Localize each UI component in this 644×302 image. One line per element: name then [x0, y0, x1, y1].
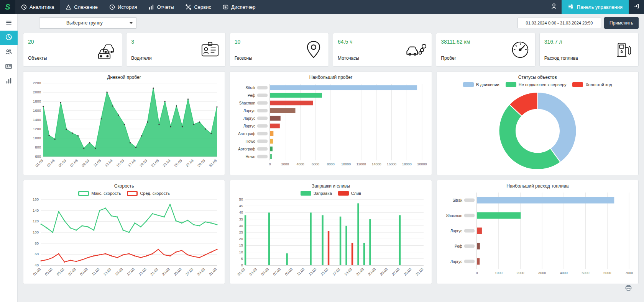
svg-text:40: 40 [34, 263, 39, 267]
kpi-card-fuel: 316.7 л Расход топлива [539, 33, 639, 67]
svg-text:10: 10 [239, 250, 243, 254]
svg-text:05.03: 05.03 [56, 267, 65, 277]
svg-text:10000: 10000 [341, 162, 351, 166]
speed-line-chart: 40608010012014016001.0303.0305.0307.0309… [27, 197, 221, 281]
nav-item-dispatcher[interactable]: Диспетчер [217, 0, 261, 14]
user-button[interactable] [546, 0, 562, 14]
legend-item[interactable]: Не подключен к серверу [506, 82, 567, 87]
nav-item-history[interactable]: История [104, 0, 143, 14]
sidebar-menu-toggle[interactable] [0, 16, 18, 31]
svg-text:07.03: 07.03 [272, 267, 282, 277]
svg-text:Реф: Реф [455, 244, 462, 248]
legend-swatch [127, 191, 138, 196]
legend-label: Заправка [314, 191, 332, 196]
chevron-down-icon [130, 22, 133, 24]
svg-text:05.03: 05.03 [58, 158, 67, 168]
print-icon[interactable] [625, 285, 632, 292]
refuels-bar-chart: 0510152025303540455001.0303.0305.0307.03… [234, 197, 427, 281]
svg-text:15.03: 15.03 [320, 267, 329, 277]
svg-text:03.03: 03.03 [44, 267, 53, 277]
svg-text:Shacman: Shacman [239, 101, 255, 105]
sidebar-item-documents[interactable] [0, 60, 18, 74]
svg-text:25.03: 25.03 [379, 267, 389, 277]
kpi-value: 10 [235, 39, 252, 45]
legend-item[interactable]: Сред. скорость [127, 191, 170, 196]
sidebar-item-drivers[interactable] [0, 45, 18, 60]
refuels-legend: ЗаправкаСлив [234, 189, 427, 197]
svg-text:05.03: 05.03 [260, 267, 270, 277]
nav-item-tracking[interactable]: Слежение [60, 0, 104, 14]
filter-bar: Выберите группу Применить [23, 17, 639, 29]
legend-item[interactable]: Слив [338, 191, 361, 196]
svg-text:Автограф: Автограф [238, 132, 256, 136]
kpi-label: Объекты [28, 56, 47, 61]
svg-text:3000: 3000 [538, 271, 546, 275]
svg-text:1400: 1400 [33, 118, 41, 122]
chart-panel-speed: Скорость Макс. скоростьСред. скорость 40… [23, 180, 225, 284]
kpi-value: 20 [28, 39, 47, 45]
sidebar-item-statistics[interactable] [0, 74, 18, 89]
svg-text:Howo: Howo [246, 155, 256, 159]
kpi-card-objects: 20 Объекты [23, 33, 122, 67]
sidebar-item-analytics[interactable] [0, 31, 18, 45]
people-icon [5, 48, 12, 57]
svg-text:20: 20 [239, 237, 243, 241]
control-panel-label: Панель управления [577, 4, 623, 10]
card-icon [5, 63, 12, 72]
nav-label: Слежение [74, 4, 98, 10]
svg-text:Howo: Howo [246, 139, 256, 144]
svg-text:29.03: 29.03 [403, 267, 412, 277]
nav-label: Отчеты [157, 4, 174, 10]
history-icon [109, 4, 115, 10]
nav-label: Аналитика [30, 4, 54, 10]
legend-swatch [506, 82, 516, 87]
top-navbar: S Аналитика Слежение История Отчеты Серв… [0, 0, 644, 14]
svg-text:27.03: 27.03 [185, 267, 194, 277]
legend-label: Макс. скорость [91, 191, 121, 196]
svg-text:25: 25 [239, 230, 243, 234]
svg-text:4000: 4000 [560, 271, 567, 275]
nav-label: История [118, 4, 137, 10]
svg-text:1600: 1600 [33, 108, 41, 113]
svg-text:03.03: 03.03 [248, 267, 258, 277]
kpi-card-mileage: 38111.62 км Пробег [436, 33, 535, 67]
chart-title: Заправки и сливы [234, 183, 427, 189]
control-panel-button[interactable]: Панель управления [562, 0, 629, 14]
analytics-icon [5, 34, 12, 42]
svg-text:Ларгус: Ларгус [450, 260, 462, 264]
svg-text:Sitrak: Sitrak [452, 198, 463, 202]
svg-text:1000: 1000 [495, 271, 502, 275]
svg-text:21.03: 21.03 [355, 267, 365, 277]
logout-button[interactable] [629, 0, 644, 14]
svg-text:01.03: 01.03 [237, 267, 246, 277]
kpi-label: Моточасы [338, 56, 359, 61]
svg-text:7000: 7000 [625, 271, 633, 275]
group-select[interactable]: Выберите группу [39, 17, 137, 29]
svg-text:15: 15 [239, 243, 243, 247]
nav-item-service[interactable]: Сервис [180, 0, 217, 14]
apply-button[interactable]: Применить [604, 17, 639, 29]
legend-item[interactable]: Заправка [301, 191, 332, 196]
svg-text:29.03: 29.03 [197, 158, 206, 168]
nav-item-reports[interactable]: Отчеты [143, 0, 180, 14]
fuel-pump-icon [614, 39, 634, 60]
svg-text:120: 120 [33, 219, 39, 223]
svg-text:Ларгус: Ларгус [243, 124, 255, 128]
svg-text:4000: 4000 [297, 162, 304, 166]
legend-item[interactable]: В движении [463, 82, 499, 87]
svg-text:07.03: 07.03 [67, 267, 77, 277]
svg-text:31.03: 31.03 [208, 158, 218, 168]
kpi-card-drivers: 3 Водители [126, 33, 225, 67]
kpi-row: 20 Объекты 3 Водители [23, 33, 639, 67]
chart-title: Скорость [27, 183, 221, 189]
nav-item-analytics[interactable]: Аналитика [15, 0, 60, 14]
svg-text:19.03: 19.03 [138, 267, 147, 277]
svg-text:Sitrak: Sitrak [246, 86, 256, 90]
kpi-label: Геозоны [235, 56, 252, 61]
date-range-input[interactable] [518, 18, 601, 28]
svg-text:25.03: 25.03 [173, 267, 182, 277]
legend-item[interactable]: Холостой ход [572, 82, 612, 87]
svg-text:Shacman: Shacman [446, 214, 462, 218]
app-logo[interactable]: S [0, 0, 15, 14]
legend-item[interactable]: Макс. скорость [78, 191, 121, 196]
